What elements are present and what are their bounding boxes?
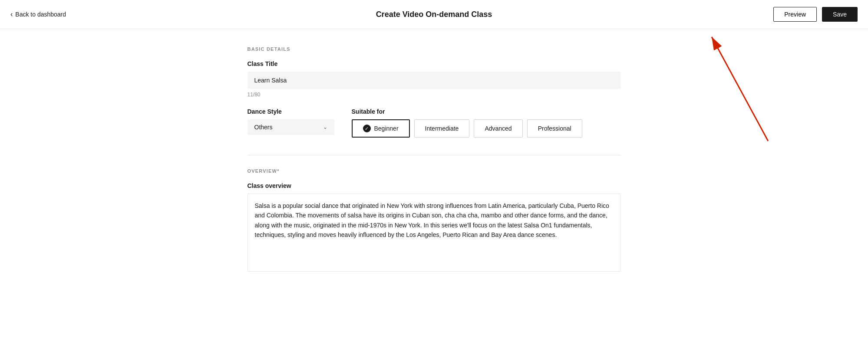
dance-style-selected: Others [254, 124, 273, 131]
dance-style-column: Dance Style Others ⌄ [248, 108, 334, 135]
suitable-for-buttons: ✓ Beginner Intermediate Advanced Profess… [352, 119, 621, 138]
back-label: Back to dashboard [15, 11, 66, 18]
basic-details-section: BASIC DETAILS Class Title 11/80 Dance St… [248, 46, 621, 138]
class-overview-label: Class overview [248, 182, 621, 189]
dance-style-dropdown[interactable]: Others ⌄ [248, 119, 334, 135]
main-content: BASIC DETAILS Class Title 11/80 Dance St… [239, 29, 630, 291]
suitable-beginner-button[interactable]: ✓ Beginner [352, 119, 410, 138]
page-title: Create Video On-demand Class [376, 10, 492, 19]
professional-label: Professional [538, 125, 571, 132]
svg-line-1 [712, 37, 768, 141]
suitable-professional-button[interactable]: Professional [527, 119, 582, 138]
dance-style-label: Dance Style [248, 108, 334, 115]
header: ‹ Back to dashboard Create Video On-dema… [0, 0, 868, 29]
class-title-input[interactable] [248, 72, 621, 89]
suitable-advanced-button[interactable]: Advanced [474, 119, 522, 138]
char-count: 11/80 [248, 92, 621, 98]
dropdown-chevron-icon: ⌄ [323, 124, 327, 130]
section-divider [248, 155, 621, 155]
intermediate-label: Intermediate [425, 125, 459, 132]
basic-details-label: BASIC DETAILS [248, 46, 621, 52]
back-arrow-icon: ‹ [10, 10, 13, 18]
preview-button[interactable]: Preview [773, 7, 817, 22]
back-to-dashboard-link[interactable]: ‹ Back to dashboard [10, 10, 66, 18]
dance-suitable-row: Dance Style Others ⌄ Suitable for ✓ Begi… [248, 108, 621, 138]
beginner-label: Beginner [374, 125, 399, 132]
class-title-label: Class Title [248, 60, 621, 67]
save-button[interactable]: Save [822, 7, 858, 22]
advanced-label: Advanced [485, 125, 512, 132]
check-icon: ✓ [363, 125, 371, 132]
suitable-for-column: Suitable for ✓ Beginner Intermediate Adv… [352, 108, 621, 138]
overview-section-label: OVERVIEW* [248, 168, 621, 174]
header-actions: Preview Save [773, 7, 858, 22]
class-overview-textarea[interactable]: Salsa is a popular social dance that ori… [248, 194, 621, 272]
suitable-intermediate-button[interactable]: Intermediate [414, 119, 470, 138]
overview-section: OVERVIEW* Class overview Salsa is a popu… [248, 168, 621, 273]
red-arrow-annotation [660, 24, 790, 145]
suitable-for-label: Suitable for [352, 108, 621, 115]
